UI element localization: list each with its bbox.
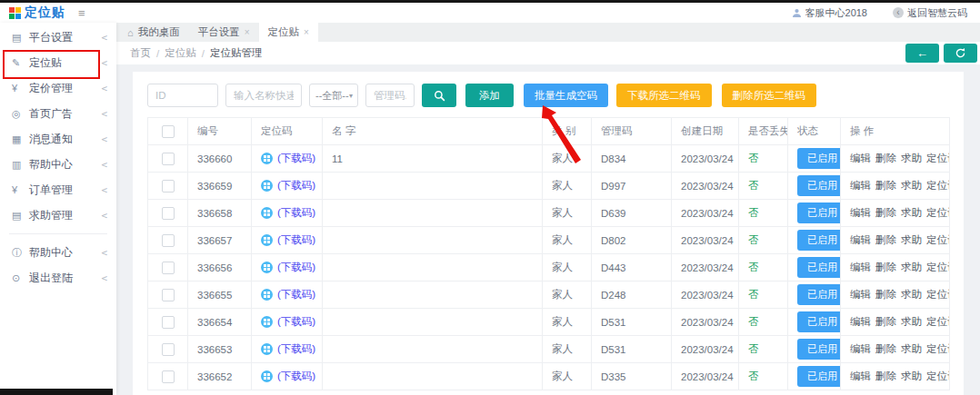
status-enabled-button[interactable]: 已启用: [797, 230, 841, 251]
manage-code-input[interactable]: [365, 84, 415, 107]
action-edit[interactable]: 编辑: [850, 370, 871, 381]
download-code-link[interactable]: (下载码): [277, 370, 315, 383]
action-edit[interactable]: 编辑: [850, 343, 871, 354]
app-logo[interactable]: 定位贴: [9, 5, 65, 21]
action-edit[interactable]: 编辑: [850, 316, 871, 327]
status-enabled-button[interactable]: 已启用: [797, 175, 841, 196]
status-enabled-button[interactable]: 已启用: [797, 366, 841, 387]
action-location-records[interactable]: 定位记录: [926, 343, 950, 354]
breadcrumb-item[interactable]: 首页: [130, 46, 151, 60]
row-checkbox[interactable]: [162, 370, 175, 383]
breadcrumb-item[interactable]: 定位贴: [165, 46, 196, 60]
download-code-link[interactable]: (下载码): [277, 179, 315, 193]
action-delete[interactable]: 删除: [875, 234, 896, 245]
download-code-link[interactable]: (下载码): [277, 206, 315, 220]
delete-selected-button[interactable]: 删除所选二维码: [722, 84, 817, 107]
download-code-link[interactable]: (下载码): [277, 233, 315, 247]
action-assist[interactable]: 求助: [901, 153, 922, 163]
action-location-records[interactable]: 定位记录: [926, 153, 950, 163]
action-assist[interactable]: 求助: [901, 343, 922, 354]
qr-code-badge-icon: [261, 180, 273, 192]
batch-generate-button[interactable]: 批量生成空码: [524, 84, 608, 107]
action-delete[interactable]: 删除: [875, 289, 896, 300]
download-code-link[interactable]: (下载码): [277, 315, 315, 329]
sidebar-item-location-sticker[interactable]: ✎定位贴<: [0, 50, 116, 75]
action-edit[interactable]: 编辑: [850, 234, 871, 245]
sidebar-item-homepage-ads[interactable]: ◎首页广告<: [0, 101, 116, 126]
breadcrumb-item: 定位贴管理: [210, 46, 263, 60]
tab-my-desktop[interactable]: ⌂我的桌面: [118, 23, 189, 42]
action-assist[interactable]: 求助: [901, 316, 922, 327]
action-location-records[interactable]: 定位记录: [926, 316, 950, 327]
add-button[interactable]: 添加: [465, 84, 514, 107]
back-button[interactable]: ←: [905, 44, 939, 63]
action-location-records[interactable]: 定位记录: [926, 180, 950, 191]
action-location-records[interactable]: 定位记录: [926, 262, 950, 272]
action-assist[interactable]: 求助: [901, 234, 922, 245]
action-assist[interactable]: 求助: [901, 289, 922, 300]
action-delete[interactable]: 删除: [875, 370, 896, 381]
status-enabled-button[interactable]: 已启用: [797, 311, 841, 332]
action-location-records[interactable]: 定位记录: [926, 207, 950, 218]
action-delete[interactable]: 删除: [875, 153, 896, 163]
action-delete[interactable]: 删除: [875, 207, 896, 218]
action-edit[interactable]: 编辑: [850, 180, 871, 191]
action-assist[interactable]: 求助: [901, 370, 922, 381]
action-assist[interactable]: 求助: [901, 262, 922, 272]
row-checkbox[interactable]: [162, 289, 175, 301]
download-code-link[interactable]: (下载码): [277, 342, 315, 356]
status-enabled-button[interactable]: 已启用: [797, 284, 841, 305]
search-button[interactable]: [422, 84, 456, 107]
status-enabled-button[interactable]: 已启用: [797, 339, 841, 360]
close-icon[interactable]: ×: [304, 27, 309, 37]
sidebar-item-help-docs[interactable]: ▥帮助中心<: [0, 152, 116, 177]
customer-service-link[interactable]: 客服中心2018: [792, 6, 867, 20]
sidebar-item-help-center[interactable]: ⓘ帮助中心<: [0, 240, 116, 265]
action-location-records[interactable]: 定位记录: [926, 370, 950, 381]
action-assist[interactable]: 求助: [901, 207, 922, 218]
category-select[interactable]: --全部-- ▾: [309, 84, 358, 107]
close-icon[interactable]: ×: [245, 27, 250, 37]
sidebar-item-logout[interactable]: ⊙退出登陆<: [0, 265, 116, 291]
refresh-button[interactable]: [944, 44, 977, 63]
action-location-records[interactable]: 定位记录: [926, 234, 950, 245]
download-selected-button[interactable]: 下载所选二维码: [616, 84, 712, 107]
row-checkbox[interactable]: [162, 180, 175, 193]
menu-toggle-icon[interactable]: ≡: [78, 6, 85, 20]
id-input[interactable]: [147, 84, 218, 107]
row-checkbox[interactable]: [162, 234, 175, 247]
action-edit[interactable]: 编辑: [850, 262, 871, 272]
action-delete[interactable]: 删除: [875, 262, 896, 272]
category-select-value: --全部--: [315, 89, 349, 103]
action-edit[interactable]: 编辑: [850, 207, 871, 218]
sidebar-item-pricing-management[interactable]: ¥定价管理<: [0, 75, 116, 101]
action-delete[interactable]: 删除: [875, 316, 896, 327]
action-assist[interactable]: 求助: [901, 180, 922, 191]
action-delete[interactable]: 删除: [875, 343, 896, 354]
sidebar-item-order-management[interactable]: ¥订单管理<: [0, 177, 116, 202]
download-code-link[interactable]: (下载码): [277, 288, 315, 301]
download-code-link[interactable]: (下载码): [277, 261, 315, 274]
action-edit[interactable]: 编辑: [850, 153, 871, 163]
sidebar-item-assist-management[interactable]: ▤求助管理<: [0, 202, 116, 228]
action-delete[interactable]: 删除: [875, 180, 896, 191]
row-checkbox[interactable]: [162, 153, 175, 165]
sidebar-item-message-notifications[interactable]: ▦消息通知<: [0, 126, 116, 152]
row-checkbox[interactable]: [162, 262, 175, 274]
sidebar-item-platform-settings[interactable]: ▤平台设置<: [0, 25, 116, 50]
row-checkbox[interactable]: [162, 343, 175, 356]
return-cloud-link[interactable]: ‹ 返回智慧云码: [893, 6, 967, 20]
action-edit[interactable]: 编辑: [850, 289, 871, 300]
notifications-icon: ▦: [12, 133, 29, 145]
select-all-checkbox[interactable]: [162, 125, 175, 138]
status-enabled-button[interactable]: 已启用: [797, 202, 841, 223]
download-code-link[interactable]: (下载码): [277, 152, 315, 165]
status-enabled-button[interactable]: 已启用: [797, 257, 841, 278]
row-checkbox[interactable]: [162, 207, 175, 220]
tab-platform-settings[interactable]: 平台设置×: [189, 23, 259, 42]
status-enabled-button[interactable]: 已启用: [797, 148, 841, 169]
name-search-input[interactable]: [225, 84, 302, 107]
action-location-records[interactable]: 定位记录: [926, 289, 950, 300]
tab-location-sticker[interactable]: 定位贴×: [259, 23, 318, 42]
row-checkbox[interactable]: [162, 316, 175, 329]
